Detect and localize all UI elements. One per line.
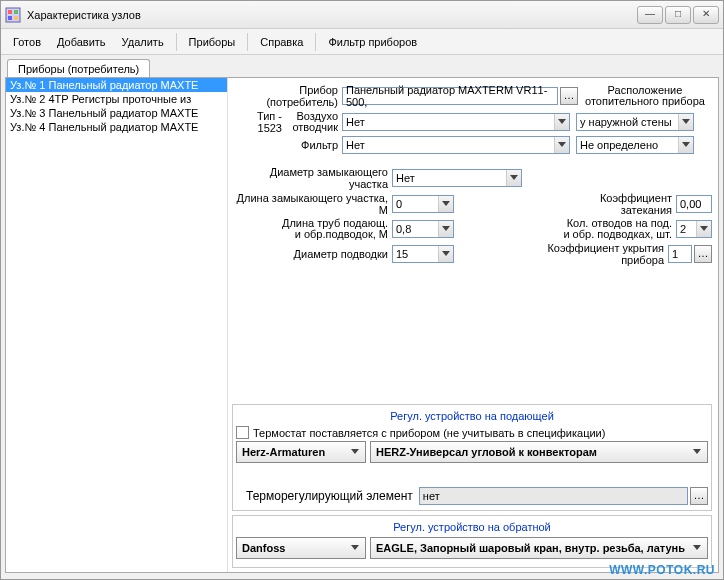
cover-coef-input[interactable]: 1 <box>668 245 692 263</box>
filter-location-combo[interactable]: Не определено <box>576 136 694 154</box>
supply-group: Регул. устройство на подающей Термостат … <box>232 404 712 511</box>
device-label: Прибор (потребитель) <box>232 84 342 108</box>
chevron-down-icon <box>678 137 693 153</box>
type-label: Тип - 1523 <box>232 110 286 134</box>
chevron-down-icon <box>689 540 705 556</box>
chevron-down-icon <box>696 221 711 237</box>
return-maker-combo[interactable]: Danfoss <box>236 537 366 559</box>
chevron-down-icon <box>347 444 363 460</box>
chevron-down-icon <box>678 114 693 130</box>
cover-coef-label: Коэффициент укрытия прибора <box>506 242 668 266</box>
list-item[interactable]: Уз.№ 3 Панельный радиатор MAXTE <box>6 106 227 120</box>
svg-marker-10 <box>442 201 450 206</box>
svg-rect-3 <box>8 16 12 20</box>
thermostat-checkbox[interactable] <box>236 426 249 439</box>
svg-marker-16 <box>351 545 359 550</box>
closing-len-label: Длина замыкающего участка, М <box>232 192 392 216</box>
menu-help[interactable]: Справка <box>252 33 311 51</box>
supply-model-combo[interactable]: HERZ-Универсал угловой к конвекторам <box>370 441 708 463</box>
bends-label2: и обр. подводках, шт. <box>546 229 672 240</box>
chevron-down-icon <box>506 170 521 186</box>
svg-rect-2 <box>14 10 18 14</box>
svg-marker-6 <box>682 119 690 124</box>
device-list[interactable]: Уз.№ 1 Панельный радиатор MAXTE Уз.№ 2 4… <box>6 78 228 572</box>
svg-marker-5 <box>558 119 566 124</box>
menu-add[interactable]: Добавить <box>49 33 114 51</box>
thermo-element-field[interactable]: нет <box>419 487 688 505</box>
watermark: WWW.POTOK.RU <box>609 563 715 577</box>
airvent-label2: отводчик <box>286 122 338 133</box>
device-combo[interactable]: Панельный радиатор MAXTERM VR11-500, <box>342 87 558 105</box>
closing-len-input[interactable]: 0 <box>392 195 454 213</box>
svg-marker-12 <box>700 226 708 231</box>
supply-maker-combo[interactable]: Herz-Armaturen <box>236 441 366 463</box>
menu-filter[interactable]: Фильтр приборов <box>320 33 425 51</box>
chevron-down-icon <box>438 196 453 212</box>
svg-marker-13 <box>442 251 450 256</box>
close-button[interactable]: ✕ <box>693 6 719 24</box>
chevron-down-icon <box>554 114 569 130</box>
list-item[interactable]: Уз.№ 2 4ТР Регистры проточные из <box>6 92 227 106</box>
pipe-len-combo[interactable]: 0,8 <box>392 220 454 238</box>
menubar: Готов Добавить Удалить Приборы Справка Ф… <box>1 29 723 55</box>
location-combo[interactable]: у наружной стены <box>576 113 694 131</box>
chevron-down-icon <box>438 221 453 237</box>
svg-marker-17 <box>693 545 701 550</box>
supply-header: Регул. устройство на подающей <box>236 408 708 424</box>
return-header: Регул. устройство на обратной <box>236 519 708 535</box>
menu-ready[interactable]: Готов <box>5 33 49 51</box>
filter-combo[interactable]: Нет <box>342 136 570 154</box>
return-group: Регул. устройство на обратной Danfoss EA… <box>232 515 712 568</box>
titlebar: Характеристика узлов — □ ✕ <box>1 1 723 29</box>
maximize-button[interactable]: □ <box>665 6 691 24</box>
filter-label: Фильтр <box>232 139 342 151</box>
thermo-element-label: Терморегулирующий элемент <box>246 489 413 503</box>
bends-combo[interactable]: 2 <box>676 220 712 238</box>
leak-coef-label: Коэффициент затекания <box>546 192 676 216</box>
list-item[interactable]: Уз.№ 4 Панельный радиатор MAXTE <box>6 120 227 134</box>
svg-marker-15 <box>693 449 701 454</box>
closing-diam-label: Диаметр замыкающего участка <box>232 166 392 190</box>
location-label2: отопительного прибора <box>578 96 712 107</box>
chevron-down-icon <box>347 540 363 556</box>
svg-rect-4 <box>14 16 18 20</box>
pipe-len-label2: и обр.подводок, М <box>232 229 388 240</box>
thermo-element-browse-button[interactable]: … <box>690 487 708 505</box>
tab-devices-consumer[interactable]: Приборы (потребитель) <box>7 59 150 78</box>
airvent-combo[interactable]: Нет <box>342 113 570 131</box>
cover-coef-browse-button[interactable]: … <box>694 245 712 263</box>
svg-marker-11 <box>442 226 450 231</box>
conn-diam-combo[interactable]: 15 <box>392 245 454 263</box>
svg-rect-1 <box>8 10 12 14</box>
svg-marker-8 <box>682 142 690 147</box>
thermostat-checkbox-label: Термостат поставляется с прибором (не уч… <box>253 427 605 439</box>
window-title: Характеристика узлов <box>27 9 637 21</box>
device-browse-button[interactable]: … <box>560 87 578 105</box>
chevron-down-icon <box>438 246 453 262</box>
menu-devices[interactable]: Приборы <box>181 33 244 51</box>
return-model-combo[interactable]: EAGLE, Запорный шаровый кран, внутр. рез… <box>370 537 708 559</box>
list-item[interactable]: Уз.№ 1 Панельный радиатор MAXTE <box>6 78 227 92</box>
closing-diam-combo[interactable]: Нет <box>392 169 522 187</box>
chevron-down-icon <box>554 137 569 153</box>
leak-coef-input[interactable]: 0,00 <box>676 195 712 213</box>
conn-diam-label: Диаметр подводки <box>232 248 392 260</box>
chevron-down-icon <box>689 444 705 460</box>
minimize-button[interactable]: — <box>637 6 663 24</box>
app-icon <box>5 7 21 23</box>
svg-marker-9 <box>510 175 518 180</box>
svg-marker-7 <box>558 142 566 147</box>
svg-marker-14 <box>351 449 359 454</box>
menu-delete[interactable]: Удалить <box>114 33 172 51</box>
